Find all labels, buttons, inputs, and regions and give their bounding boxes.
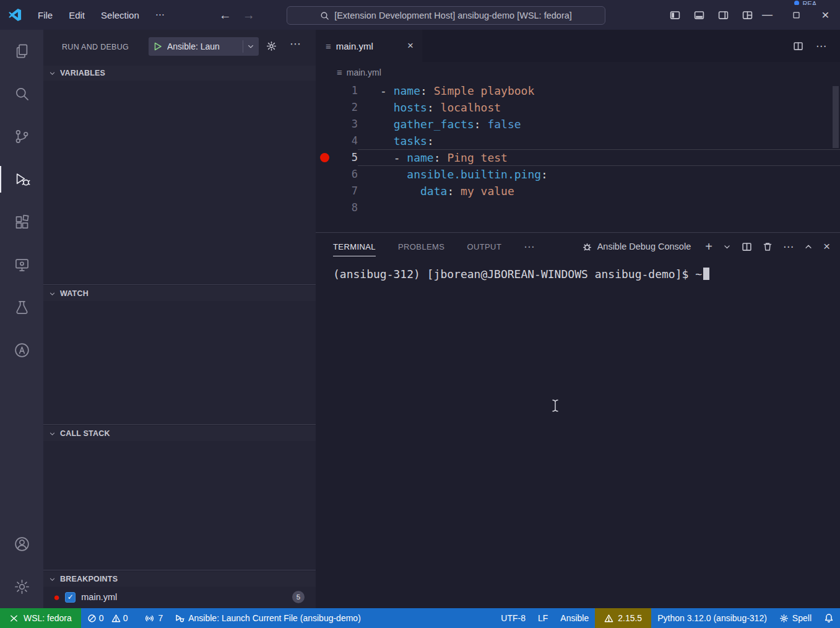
line-number: 1 <box>333 82 358 99</box>
spell-status[interactable]: Spell <box>773 608 818 628</box>
encoding-status[interactable]: UTF-8 <box>495 608 532 628</box>
menu-selection[interactable]: Selection <box>93 0 147 30</box>
activity-source-control[interactable] <box>0 115 43 158</box>
breadcrumb[interactable]: ≡ main.yml <box>316 62 840 82</box>
debug-status[interactable]: Ansible: Launch Current File (ansibug-de… <box>169 608 367 628</box>
debug-start-icon[interactable] <box>153 41 163 51</box>
gutter[interactable] <box>316 133 333 149</box>
minimize-icon[interactable]: — <box>753 0 782 30</box>
activity-extensions[interactable] <box>0 201 43 243</box>
activity-explorer[interactable] <box>0 30 43 72</box>
toggle-sidebar-icon[interactable] <box>670 10 680 20</box>
editor-code-area[interactable]: 1- name: Simple playbook2 hosts: localho… <box>316 82 840 232</box>
error-icon <box>87 614 97 623</box>
kill-terminal-icon[interactable] <box>763 242 773 251</box>
split-terminal-icon[interactable] <box>742 242 752 252</box>
tab-main-yml[interactable]: ≡ main.yml × <box>316 30 422 62</box>
code-text: data: my value <box>358 183 840 199</box>
debug-settings-gear-icon[interactable] <box>266 41 277 51</box>
activity-accounts[interactable] <box>0 523 43 565</box>
menu-file[interactable]: File <box>30 0 61 30</box>
code-lines: 1- name: Simple playbook2 hosts: localho… <box>316 82 840 216</box>
toggle-secondary-sidebar-icon[interactable] <box>718 10 729 20</box>
activity-settings[interactable] <box>0 565 43 608</box>
code-line[interactable]: 4 tasks: <box>316 133 840 149</box>
run-debug-title: RUN AND DEBUG <box>62 43 129 51</box>
activity-testing[interactable] <box>0 286 43 329</box>
code-line[interactable]: 3 gather_facts: false <box>316 116 840 133</box>
terminal-dropdown-icon[interactable] <box>723 243 731 251</box>
terminal-content[interactable]: (ansibug-312) [jborean@JBOREAN-WINDOWS a… <box>316 260 840 281</box>
launch-config-dropdown[interactable]: Ansible: Laun <box>149 37 259 56</box>
gutter[interactable] <box>316 82 333 99</box>
code-line[interactable]: 1- name: Simple playbook <box>316 82 840 99</box>
tab-terminal[interactable]: TERMINAL <box>333 233 376 260</box>
code-line[interactable]: 7 data: my value <box>316 183 840 199</box>
tab-output[interactable]: OUTPUT <box>467 233 501 260</box>
chevron-down-icon <box>49 576 56 583</box>
chevron-down-icon[interactable] <box>243 40 254 53</box>
code-line[interactable]: 5 - name: Ping test <box>316 149 840 166</box>
language-status[interactable]: Ansible <box>554 608 595 628</box>
breadcrumb-item[interactable]: main.yml <box>347 68 381 77</box>
problems-status[interactable]: 0 0 <box>81 608 139 628</box>
editor-more-actions-icon[interactable]: ⋯ <box>816 40 826 53</box>
code-line[interactable]: 8 <box>316 199 840 216</box>
ansible-version-status[interactable]: 2.15.5 <box>595 608 651 628</box>
gutter[interactable] <box>316 99 333 116</box>
ports-status[interactable]: 7 <box>139 608 169 628</box>
line-number: 2 <box>333 99 358 116</box>
menu-edit[interactable]: Edit <box>61 0 93 30</box>
editor-scrollbar[interactable] <box>833 86 839 148</box>
panel-more-tabs-icon[interactable]: ⋯ <box>524 240 534 253</box>
warning-icon <box>111 614 121 623</box>
eol-status[interactable]: LF <box>532 608 554 628</box>
line-number: 6 <box>333 166 358 183</box>
breakpoint-gutter[interactable] <box>316 149 333 166</box>
section-watch[interactable]: WATCH <box>43 286 316 301</box>
activity-search[interactable] <box>0 72 43 115</box>
new-terminal-icon[interactable]: + <box>705 240 712 253</box>
gutter[interactable] <box>316 116 333 133</box>
menu-more-icon[interactable]: ⋯ <box>147 0 173 30</box>
debug-console-label: Ansible Debug Console <box>597 242 691 251</box>
section-label: WATCH <box>60 289 89 298</box>
split-editor-icon[interactable] <box>793 41 803 51</box>
command-center-text: [Extension Development Host] ansibug-dem… <box>334 11 572 20</box>
code-line[interactable]: 6 ansible.builtin.ping: <box>316 166 840 183</box>
section-variables[interactable]: VARIABLES <box>43 66 316 81</box>
notifications-bell-icon[interactable] <box>818 608 840 628</box>
yaml-file-icon: ≡ <box>326 41 331 51</box>
command-center-search[interactable]: [Extension Development Host] ansibug-dem… <box>287 6 605 25</box>
breakpoint-file-label: main.yml <box>81 592 287 602</box>
maximize-panel-icon[interactable] <box>804 242 813 251</box>
gutter[interactable] <box>316 166 333 183</box>
code-line[interactable]: 2 hosts: localhost <box>316 99 840 116</box>
menubar: File Edit Selection ⋯ <box>30 0 173 30</box>
tab-close-icon[interactable]: × <box>404 39 417 53</box>
forward-icon[interactable]: → <box>237 8 261 22</box>
remote-indicator[interactable]: WSL: fedora <box>0 608 81 628</box>
python-status[interactable]: Python 3.12.0 (ansibug-312) <box>651 608 773 628</box>
breakpoint-dot-icon[interactable] <box>320 153 329 162</box>
debug-console-selector[interactable]: Ansible Debug Console <box>582 242 691 252</box>
tab-problems[interactable]: PROBLEMS <box>398 233 444 260</box>
gutter[interactable] <box>316 199 333 216</box>
activity-run-debug[interactable] <box>0 158 43 201</box>
close-panel-icon[interactable]: × <box>823 240 830 253</box>
activity-remote-explorer[interactable] <box>0 243 43 286</box>
breakpoint-list-item[interactable]: ● ✓ main.yml 5 <box>43 588 316 606</box>
activity-ansible[interactable] <box>0 329 43 372</box>
section-breakpoints[interactable]: BREAKPOINTS <box>43 572 316 587</box>
section-call-stack[interactable]: CALL STACK <box>43 426 316 441</box>
extensions-icon <box>14 214 30 230</box>
toggle-panel-icon[interactable] <box>694 10 704 20</box>
back-icon[interactable]: ← <box>214 8 237 22</box>
gutter[interactable] <box>316 183 333 199</box>
debug-more-actions-icon[interactable]: ⋯ <box>290 37 301 51</box>
debug-play-bug-icon <box>175 614 184 623</box>
customize-layout-icon[interactable] <box>742 10 753 20</box>
spell-label: Spell <box>792 613 812 623</box>
breakpoint-checkbox[interactable]: ✓ <box>65 592 76 603</box>
panel-more-actions-icon[interactable]: ⋯ <box>783 240 794 253</box>
